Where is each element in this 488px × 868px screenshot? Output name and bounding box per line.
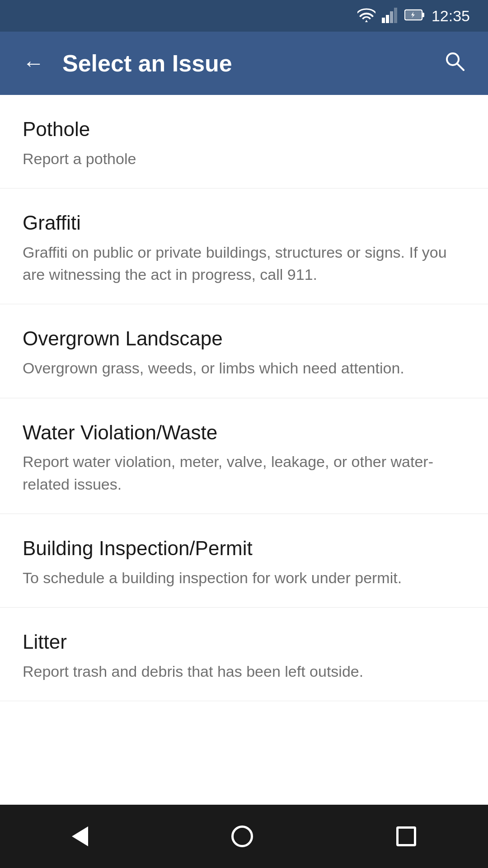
list-item[interactable]: Pothole Report a pothole — [0, 95, 488, 189]
nav-back-button[interactable] — [45, 817, 115, 855]
svg-rect-3 — [394, 8, 397, 23]
svg-rect-5 — [422, 13, 424, 17]
issue-list: Pothole Report a pothole Graffiti Graffi… — [0, 95, 488, 701]
list-item[interactable]: Building Inspection/Permit To schedule a… — [0, 514, 488, 608]
nav-bar — [0, 805, 488, 868]
issue-description: Graffiti on public or private buildings,… — [23, 241, 465, 286]
nav-recents-button[interactable] — [369, 817, 443, 855]
issue-description: Overgrown grass, weeds, or limbs which n… — [23, 357, 465, 379]
nav-home-button[interactable] — [204, 816, 280, 856]
issue-title: Pothole — [23, 118, 465, 142]
nav-back-icon — [72, 826, 88, 846]
list-item[interactable]: Overgrown Landscape Overgrown grass, wee… — [0, 304, 488, 398]
page-title: Select an Issue — [62, 50, 439, 77]
status-time: 12:35 — [432, 7, 470, 25]
list-item[interactable]: Graffiti Graffiti on public or private b… — [0, 189, 488, 304]
issue-title: Graffiti — [23, 211, 465, 235]
back-arrow-icon: ← — [23, 51, 44, 75]
issue-title: Water Violation/Waste — [23, 421, 465, 445]
svg-line-8 — [457, 64, 464, 70]
list-item[interactable]: Water Violation/Waste Report water viola… — [0, 398, 488, 514]
back-button[interactable]: ← — [18, 48, 49, 79]
nav-recents-icon — [396, 826, 416, 846]
status-icons: 12:35 — [357, 7, 470, 25]
search-icon — [444, 52, 465, 76]
app-bar: ← Select an Issue — [0, 32, 488, 95]
issue-title: Overgrown Landscape — [23, 327, 465, 351]
search-button[interactable] — [439, 46, 470, 81]
svg-rect-2 — [390, 11, 393, 23]
issue-description: Report a pothole — [23, 148, 465, 170]
issue-title: Building Inspection/Permit — [23, 537, 465, 561]
issue-description: To schedule a building inspection for wo… — [23, 567, 465, 589]
battery-icon — [404, 9, 425, 23]
wifi-icon — [357, 7, 375, 24]
issue-description: Report trash and debris that has been le… — [23, 660, 465, 683]
status-bar: 12:35 — [0, 0, 488, 32]
nav-home-icon — [231, 826, 253, 847]
signal-icon — [382, 7, 398, 25]
issue-title: Litter — [23, 630, 465, 654]
issue-description: Report water violation, meter, valve, le… — [23, 451, 465, 495]
list-item[interactable]: Litter Report trash and debris that has … — [0, 608, 488, 701]
svg-rect-1 — [386, 15, 389, 23]
svg-rect-0 — [382, 18, 385, 23]
